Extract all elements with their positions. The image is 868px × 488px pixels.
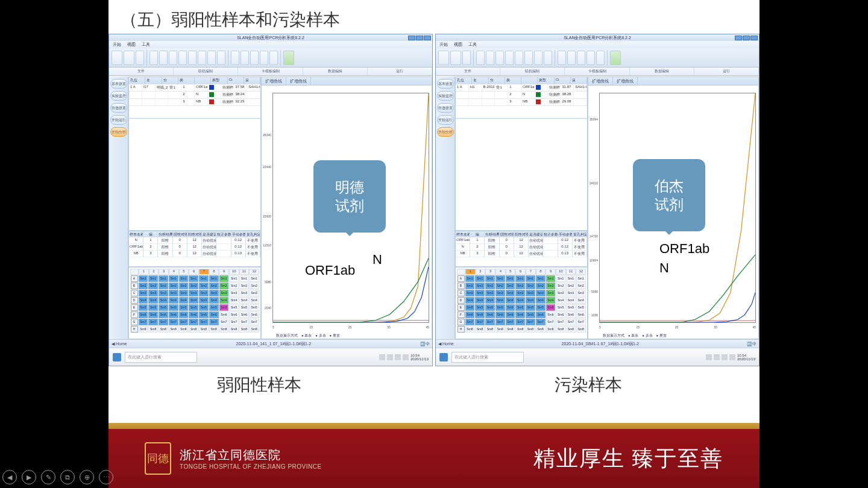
tray-icon[interactable] xyxy=(714,354,720,360)
zoom-button[interactable]: ⊕ xyxy=(80,470,94,484)
start-button[interactable] xyxy=(439,353,448,361)
chart-legend: 数据展示方式 ● 单条 ● 多条 ● 重置 xyxy=(591,333,756,339)
analysis-icon[interactable] xyxy=(558,51,566,65)
more-button[interactable]: ⋯ xyxy=(99,470,113,484)
maximize-button[interactable] xyxy=(416,36,423,40)
minimize-button[interactable] xyxy=(735,36,742,40)
nav-analyze[interactable]: 开始分析 xyxy=(110,127,127,137)
hospital-motto: 精业厚生 臻于至善 xyxy=(533,444,723,474)
tool-icon[interactable] xyxy=(178,51,187,65)
analysis-icon[interactable] xyxy=(260,51,268,65)
tool-icon[interactable] xyxy=(486,51,494,65)
tool-icon[interactable] xyxy=(505,51,514,65)
tool-icon[interactable] xyxy=(198,51,206,65)
tool-icon[interactable] xyxy=(534,51,542,65)
analysis-icon[interactable] xyxy=(269,51,278,65)
tool-icon[interactable] xyxy=(495,51,504,65)
analysis-icon[interactable] xyxy=(587,51,595,65)
search-input[interactable]: 在此键入进行搜索 xyxy=(451,352,524,363)
nav-monitor[interactable]: 实验监控 xyxy=(437,91,454,101)
chart-tab[interactable]: 扩增曲线 xyxy=(262,77,286,85)
menu-item[interactable]: 开始 xyxy=(439,42,448,48)
chart-tab[interactable]: 扩增曲线 xyxy=(588,77,613,85)
search-input[interactable]: 在此键入进行搜索 xyxy=(125,352,197,363)
left-nav: 基本设置 实验监控 待选设置 开始运行 开始分析 xyxy=(109,77,128,339)
titlebar: SLAN全自动医用PCR分析系统8.2.2 xyxy=(109,34,432,41)
menu-item[interactable]: 视图 xyxy=(127,42,136,48)
prev-button[interactable]: ◀ xyxy=(2,470,17,484)
menu-item[interactable]: 工具 xyxy=(142,42,150,48)
open-icon[interactable] xyxy=(450,51,461,65)
tray-icon[interactable] xyxy=(395,354,401,360)
tool-icon[interactable] xyxy=(476,51,485,65)
nav-basic[interactable]: 基本设置 xyxy=(437,79,454,89)
next-button[interactable]: ▶ xyxy=(22,470,36,484)
nav-run[interactable]: 开始运行 xyxy=(110,115,127,125)
analysis-icon[interactable] xyxy=(241,51,249,65)
menu-item[interactable]: 开始 xyxy=(113,42,121,48)
minimize-button[interactable] xyxy=(408,36,415,40)
tool-icon[interactable] xyxy=(217,51,225,65)
analysis-icon[interactable] xyxy=(577,51,585,65)
new-icon[interactable] xyxy=(112,51,122,65)
mid-column: 孔位名分类类型Ct目1 AH1B-2019nCOV管11ORF1ab待测样品31… xyxy=(455,77,588,339)
result-table[interactable]: 样本名称编分析结果阴性对照阳性对照是否建议校正参数手动参数复孔判定N1阳性012… xyxy=(128,231,261,267)
result-table[interactable]: 样本名称编分析结果阴性对照阳性对照是否建议校正参数手动参数复孔判定ORF1ab1… xyxy=(455,231,588,267)
chart-tab[interactable]: 扩增曲线 xyxy=(613,77,638,85)
app-left: SLAN全自动医用PCR分析系统8.2.2 开始 视图 工具 xyxy=(108,34,433,366)
tool-icon[interactable] xyxy=(188,51,197,65)
menubar: 开始 视图 工具 xyxy=(109,41,432,48)
caption-right: 污染样本 xyxy=(555,374,622,396)
ribbon xyxy=(109,48,432,67)
blank-area xyxy=(455,119,588,231)
sample-table[interactable]: 孔位名分类类型Ct目1 AH1B-2019nCOV管11ORF1ab待测样品31… xyxy=(455,77,588,119)
tool-icon[interactable] xyxy=(544,51,552,65)
chart-tab[interactable]: 扩增曲线 xyxy=(286,77,311,85)
left-nav: 基本设置 实验监控 待选设置 开始运行 开始分析 xyxy=(436,77,455,339)
maximize-button[interactable] xyxy=(743,36,750,40)
run-button[interactable] xyxy=(283,51,294,65)
tray-icon[interactable] xyxy=(379,354,385,360)
system-tray: 10:542020/11/13 xyxy=(379,354,429,361)
tray-icon[interactable] xyxy=(403,354,409,360)
app-statusbar: ◀ Home 2020-11-04_SB#1-1 87_1#弱1-1.0#弱1-… xyxy=(436,339,759,348)
menu-item[interactable]: 工具 xyxy=(468,42,477,48)
nav-pending[interactable]: 待选设置 xyxy=(437,103,454,113)
nav-run[interactable]: 开始运行 xyxy=(437,115,454,125)
tool-icon[interactable] xyxy=(149,51,158,65)
tray-icon[interactable] xyxy=(706,354,712,360)
tray-icon[interactable] xyxy=(729,354,735,360)
tool-icon[interactable] xyxy=(515,51,523,65)
tray-icon[interactable] xyxy=(722,354,728,360)
run-button[interactable] xyxy=(610,51,621,65)
save-icon[interactable] xyxy=(462,51,471,65)
nav-monitor[interactable]: 实验监控 xyxy=(110,91,127,101)
close-button[interactable] xyxy=(424,36,431,40)
menu-item[interactable]: 视图 xyxy=(454,42,462,48)
wellplate[interactable]: 123456789101112ASm1Sm1Sm1Sm1Sm1Sm1Sm1Sm1… xyxy=(128,267,261,339)
copy-button[interactable]: ⧉ xyxy=(60,470,75,484)
mid-column: 孔位名分类类型Ct目1 AG7明德_2019-nCoV管11ORF1ab待测样品… xyxy=(128,77,261,339)
workarea: 基本设置 实验监控 待选设置 开始运行 开始分析 孔位名分类类型Ct目1 AH1… xyxy=(436,77,759,339)
analysis-icon[interactable] xyxy=(250,51,259,65)
tool-icon[interactable] xyxy=(169,51,177,65)
nav-pending[interactable]: 待选设置 xyxy=(110,103,127,113)
tool-icon[interactable] xyxy=(207,51,216,65)
save-icon[interactable] xyxy=(136,51,144,65)
analysis-icon[interactable] xyxy=(567,51,576,65)
start-button[interactable] xyxy=(113,353,121,361)
chart-panel: 扩增曲线扩增曲线 2040598011510159202344028340 51… xyxy=(261,77,432,339)
tool-icon[interactable] xyxy=(159,51,168,65)
sample-table[interactable]: 孔位名分类类型Ct目1 AG7明德_2019-nCoV管11ORF1ab待测样品… xyxy=(128,77,261,119)
nav-analyze[interactable]: 开始分析 xyxy=(437,127,454,137)
close-button[interactable] xyxy=(750,36,758,40)
open-icon[interactable] xyxy=(124,51,134,65)
analysis-icon[interactable] xyxy=(231,51,239,65)
tray-icon[interactable] xyxy=(387,354,393,360)
nav-basic[interactable]: 基本设置 xyxy=(110,79,127,89)
edit-button[interactable]: ✎ xyxy=(41,470,55,484)
analysis-icon[interactable] xyxy=(596,51,605,65)
tool-icon[interactable] xyxy=(524,51,533,65)
wellplate[interactable]: 123456789101112ASm1Sm1Sm1Sm1Sm1Sm1Sm1Sm1… xyxy=(455,267,588,339)
new-icon[interactable] xyxy=(438,51,449,65)
